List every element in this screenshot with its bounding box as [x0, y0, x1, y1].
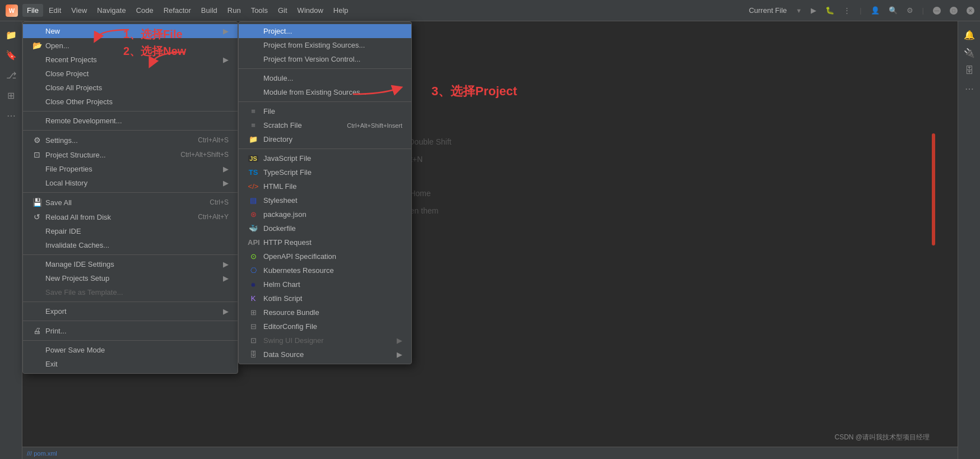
close-button[interactable]: ✕: [967, 7, 974, 15]
settings-icon[interactable]: ⚙: [907, 6, 913, 15]
menu-build[interactable]: Build: [197, 4, 222, 17]
user-icon[interactable]: 👤: [871, 6, 880, 15]
menu-file[interactable]: File: [22, 4, 43, 17]
menu-navigate[interactable]: Navigate: [92, 4, 130, 17]
menu-item-new-projects-setup[interactable]: New Projects Setup ▶: [23, 271, 238, 285]
menu-item-invalidate[interactable]: Invalidate Caches...: [23, 238, 238, 252]
submenu-item-helm[interactable]: ⎈ Helm Chart: [239, 277, 411, 291]
debug-icon[interactable]: 🐛: [825, 6, 834, 15]
menu-item-close-project[interactable]: Close Project: [23, 67, 238, 81]
menu-code[interactable]: Code: [132, 4, 158, 17]
minimize-button[interactable]: —: [933, 7, 941, 15]
submenu-item-kotlin[interactable]: K Kotlin Script: [239, 291, 411, 305]
menu-item-power-save[interactable]: Power Save Mode: [23, 343, 238, 357]
menu-item-reload[interactable]: ↺ Reload All from Disk Ctrl+Alt+Y: [23, 210, 238, 224]
menu-save-all-label: Save All: [45, 198, 72, 207]
new-arrow-icon: ▶: [223, 27, 229, 35]
proj-structure-shortcut: Ctrl+Alt+Shift+S: [180, 151, 229, 159]
editor-icon: ⊟: [248, 322, 259, 331]
pom-file-label[interactable]: /// pom.xml: [27, 450, 57, 457]
datasource-arrow-icon: ▶: [397, 350, 402, 359]
more-icon[interactable]: ⋮: [843, 6, 851, 15]
menu-manage-ide-label: Manage IDE Settings: [45, 260, 114, 268]
separator-1: [23, 111, 238, 112]
menu-item-repair[interactable]: Repair IDE: [23, 224, 238, 238]
reload-shortcut: Ctrl+Alt+Y: [198, 213, 229, 221]
submenu-item-project-vcs[interactable]: Project from Version Control...: [239, 52, 411, 66]
menu-help[interactable]: Help: [329, 4, 353, 17]
menu-item-project-structure[interactable]: ⊡ Project Structure... Ctrl+Alt+Shift+S: [23, 147, 238, 162]
search-icon[interactable]: 🔍: [889, 6, 898, 15]
menu-window[interactable]: Window: [293, 4, 328, 17]
submenu-item-html[interactable]: </> HTML File: [239, 179, 411, 193]
submenu-item-project[interactable]: Project...: [239, 24, 411, 38]
submenu-item-file[interactable]: ≡ File: [239, 104, 411, 118]
menu-close-all-label: Close All Projects: [45, 84, 102, 92]
submenu-item-typescript[interactable]: TS TypeScript File: [239, 165, 411, 179]
submenu-item-editorconfig[interactable]: ⊟ EditorConfig File: [239, 319, 411, 333]
menu-item-remote[interactable]: Remote Development...: [23, 114, 238, 128]
submenu-item-resource-bundle[interactable]: ⊞ Resource Bundle: [239, 305, 411, 319]
submenu-project-label: Project...: [263, 27, 292, 35]
menu-item-new[interactable]: New ▶: [23, 24, 238, 38]
reload-icon: ↺: [32, 212, 42, 221]
submenu-module-existing-label: Module from Existing Sources...: [263, 88, 366, 96]
submenu-item-datasource[interactable]: 🗄 Data Source ▶: [239, 347, 411, 361]
submenu-item-kubernetes[interactable]: ⎔ Kubernetes Resource: [239, 263, 411, 277]
submenu-item-javascript[interactable]: JS JavaScript File: [239, 151, 411, 165]
sidebar-icon-git[interactable]: ⎇: [2, 66, 20, 84]
menu-item-close-all[interactable]: Close All Projects: [23, 81, 238, 95]
submenu-item-http-request[interactable]: API HTTP Request: [239, 235, 411, 249]
sidebar-icon-bookmark[interactable]: 🔖: [2, 46, 20, 64]
menu-item-manage-ide[interactable]: Manage IDE Settings ▶: [23, 257, 238, 271]
menu-print-label: Print...: [45, 327, 67, 335]
more-right-icon[interactable]: ⋯: [960, 80, 978, 98]
separator-2: [23, 130, 238, 131]
submenu-item-module-existing[interactable]: Module from Existing Sources...: [239, 85, 411, 99]
menu-view[interactable]: View: [67, 4, 91, 17]
title-bar: W File Edit View Navigate Code Refactor …: [0, 0, 980, 21]
submenu-item-project-existing[interactable]: Project from Existing Sources...: [239, 38, 411, 52]
menu-item-settings[interactable]: ⚙ Settings... Ctrl+Alt+S: [23, 133, 238, 147]
menu-proj-structure-label: Project Structure...: [45, 151, 106, 159]
submenu-item-openapi[interactable]: ⊙ OpenAPI Specification: [239, 249, 411, 263]
scratch-icon: ≡: [248, 121, 259, 129]
recent-arrow-icon: ▶: [223, 55, 229, 64]
submenu-item-module[interactable]: Module...: [239, 71, 411, 85]
submenu-item-directory[interactable]: 📁 Directory: [239, 132, 411, 146]
sidebar-icon-more[interactable]: ⋯: [2, 106, 20, 124]
run-icon[interactable]: ▶: [811, 6, 816, 15]
menu-item-file-properties[interactable]: File Properties ▶: [23, 162, 238, 176]
notification-icon[interactable]: 🔔: [960, 26, 978, 44]
plugin-icon[interactable]: 🔌: [960, 44, 978, 62]
menu-item-export[interactable]: Export ▶: [23, 304, 238, 318]
submenu-dockerfile-label: Dockerfile: [263, 224, 296, 233]
menu-item-open[interactable]: 📂 Open...: [23, 38, 238, 53]
submenu-module-label: Module...: [263, 74, 293, 82]
menu-edit[interactable]: Edit: [44, 4, 66, 17]
submenu-item-dockerfile[interactable]: 🐳 Dockerfile: [239, 221, 411, 235]
menu-item-recent[interactable]: Recent Projects ▶: [23, 53, 238, 67]
menu-item-save-all[interactable]: 💾 Save All Ctrl+S: [23, 195, 238, 210]
submenu-item-stylesheet[interactable]: ▤ Stylesheet: [239, 193, 411, 207]
separator-7: [23, 340, 238, 341]
submenu-item-package-json[interactable]: ⊛ package.json: [239, 207, 411, 221]
maximize-button[interactable]: □: [950, 7, 958, 15]
menu-item-print[interactable]: 🖨 Print...: [23, 323, 238, 338]
menu-item-exit[interactable]: Exit: [23, 357, 238, 371]
menu-refactor[interactable]: Refactor: [159, 4, 196, 17]
sidebar-icon-project[interactable]: 📁: [2, 26, 20, 44]
manage-ide-arrow-icon: ▶: [223, 260, 229, 268]
menu-git[interactable]: Git: [273, 4, 292, 17]
sidebar-icon-structure[interactable]: ⊞: [2, 86, 20, 104]
menu-item-close-other[interactable]: Close Other Projects: [23, 95, 238, 109]
menu-repair-label: Repair IDE: [45, 227, 81, 235]
menu-tools[interactable]: Tools: [247, 4, 272, 17]
separator-5: [23, 302, 238, 302]
menu-run[interactable]: Run: [223, 4, 245, 17]
menu-open-label: Open...: [45, 41, 69, 50]
database-icon[interactable]: 🗄: [960, 62, 978, 80]
submenu-item-scratch[interactable]: ≡ Scratch File Ctrl+Alt+Shift+Insert: [239, 118, 411, 132]
submenu-typescript-label: TypeScript File: [263, 168, 312, 177]
menu-item-local-history[interactable]: Local History ▶: [23, 176, 238, 190]
